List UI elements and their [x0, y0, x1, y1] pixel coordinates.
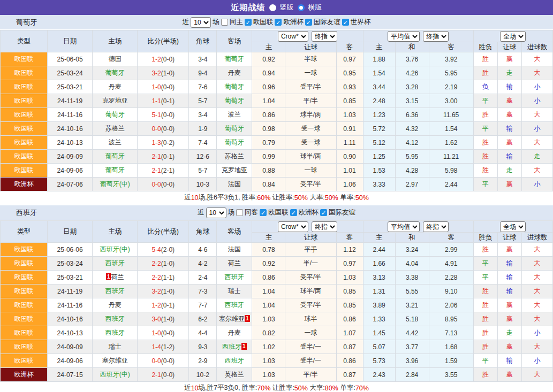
crow-home-odds: 1.02	[252, 340, 285, 354]
away-team-name: 克罗地亚	[222, 166, 247, 174]
match-date: 25-03-21	[48, 80, 93, 94]
result-handicap: 赢	[497, 52, 521, 66]
result-winloss: 平	[473, 122, 497, 136]
bookmaker-select[interactable]: Crow*	[278, 221, 308, 232]
team-section-2: 西班牙近10场同客✓欧国联✓欧洲杯✓国际友谊类型日期主场比分(半场)角球客场Cr…	[0, 205, 553, 392]
home-team-name: 西班牙	[105, 315, 125, 322]
crow-away-odds: 1.11	[336, 136, 363, 150]
result-winloss: 平	[473, 354, 497, 368]
corners-cell: 9-3	[189, 340, 217, 354]
league-checkbox[interactable]: ✓	[275, 19, 282, 26]
crow-home-odds: 0.86	[252, 271, 285, 285]
halftime-score: (1-0)	[161, 70, 175, 77]
avg-draw-odds: 6.36	[395, 108, 429, 122]
score-cell: 1-0(0-0)	[138, 80, 189, 94]
avg-home-odds: 2.43	[363, 368, 395, 382]
league-checkbox[interactable]: ✓	[245, 19, 252, 26]
home-team-cell: 瑞士	[93, 340, 138, 354]
avg-final-odds-select[interactable]: 终指	[423, 31, 449, 42]
avg-home-odds: 3.13	[363, 271, 395, 285]
home-team-name: 瑞士	[109, 343, 122, 350]
vertical-layout-radio-icon[interactable]	[269, 4, 276, 11]
halftime-score: (1-0)	[161, 316, 175, 323]
result-winloss: 胜	[473, 312, 497, 326]
horizontal-layout-label[interactable]: 横版	[308, 3, 322, 12]
crow-away-odds: 0.90	[336, 150, 363, 164]
result-handicap: 赢	[497, 368, 521, 382]
fulltime-group-header: 全场	[473, 30, 552, 42]
crow-final-odds-select[interactable]: 终指	[312, 221, 337, 232]
period-select[interactable]: 全场	[500, 221, 526, 232]
corners-cell: 7-3	[189, 285, 217, 298]
result-handicap: 赢	[497, 243, 521, 257]
away-team-name: 西班牙	[225, 273, 244, 281]
away-team-cell: 丹麦	[217, 66, 252, 80]
match-competition: 欧国联	[1, 354, 48, 368]
result-handicap: 输	[497, 354, 521, 368]
away-team-cell: 苏格兰	[217, 150, 252, 164]
bookmaker-select[interactable]: Crow*	[278, 31, 308, 42]
away-team-name: 西班牙	[222, 343, 241, 350]
period-select[interactable]: 全场	[500, 31, 526, 42]
halftime-score: (0-1)	[161, 97, 175, 105]
horizontal-layout-radio-icon[interactable]	[298, 4, 305, 11]
average-select[interactable]: 平均值	[388, 221, 420, 232]
same-venue-checkbox[interactable]	[221, 19, 228, 26]
home-team-cell: 克罗地亚	[93, 94, 138, 108]
recent-count-select[interactable]: 10	[206, 207, 226, 218]
league-checkbox[interactable]: ✓	[290, 209, 297, 216]
score-cell: 0-0(0-0)	[138, 122, 189, 136]
avg-draw-odds: 3.76	[395, 52, 429, 66]
home-team-cell: 葡萄牙	[93, 66, 138, 80]
team-filter-bar: 西班牙近10场同客✓欧国联✓欧洲杯✓国际友谊	[0, 205, 553, 220]
avg-home-odds: 1.23	[363, 108, 395, 122]
halftime-score: (1-0)	[161, 260, 175, 267]
match-competition: 欧国联	[1, 326, 48, 340]
summary-segment: 大率:	[308, 383, 325, 392]
avg-away-odds: 1.62	[429, 136, 473, 150]
avg-final-odds-select[interactable]: 终指	[423, 221, 449, 232]
away-team-cell: 葡萄牙	[217, 80, 252, 94]
recent-count-select[interactable]: 10	[191, 17, 211, 28]
home-team-name: 丹麦	[109, 83, 122, 90]
result-goals: 大	[521, 108, 552, 122]
away-team-name: 葡萄牙	[225, 139, 244, 146]
corners-cell: 3-4	[189, 52, 217, 66]
crow-handicap: 一球	[285, 326, 336, 340]
avg-draw-odds: 2.97	[395, 178, 429, 191]
result-goals: 大	[521, 285, 552, 298]
match-date: 25-03-24	[48, 257, 93, 271]
crow-final-odds-select[interactable]: 终指	[312, 31, 337, 42]
away-team-name: 瑞士	[228, 287, 241, 295]
league-checkbox[interactable]: ✓	[320, 209, 327, 216]
result-goals: 小	[521, 354, 552, 368]
match-date: 24-09-06	[48, 164, 93, 178]
home-team-cell: 塞尔维亚	[93, 354, 138, 368]
result-goals: 小	[521, 326, 552, 340]
avg-away-odds: 1.68	[429, 340, 473, 354]
match-row: 欧国联24-11-19西班牙3-2(1-0)7-3瑞士1.04球半/两0.851…	[1, 285, 553, 298]
matches-label: 场	[228, 208, 235, 217]
avg-home-odds: 5.73	[363, 354, 395, 368]
same-venue-checkbox[interactable]	[236, 209, 243, 216]
red-card-badge: 1	[245, 315, 250, 322]
avg-away-odds: 2.99	[429, 243, 473, 257]
match-date: 24-09-09	[48, 150, 93, 164]
match-competition: 欧国联	[1, 243, 48, 257]
league-checkbox[interactable]: ✓	[342, 19, 349, 26]
avg-away-odds: 5.95	[429, 66, 473, 80]
corners-cell: 12-6	[189, 150, 217, 164]
result-handicap: 输	[497, 150, 521, 164]
recent-label: 近	[183, 18, 190, 27]
avg-away-odds: 11.65	[429, 108, 473, 122]
summary-segment: 近	[184, 383, 191, 392]
league-checkbox[interactable]: ✓	[260, 209, 267, 216]
away-team-cell: 葡萄牙	[217, 52, 252, 66]
result-goals: 小	[521, 80, 552, 94]
match-row: 欧国联24-11-16葡萄牙5-1(0-0)3-4波兰0.86球半/两1.031…	[1, 108, 553, 122]
result-handicap: 输	[497, 271, 521, 285]
vertical-layout-label[interactable]: 竖版	[280, 3, 294, 12]
league-checkbox[interactable]: ✓	[305, 19, 312, 26]
avg-draw-odds: 5.18	[395, 312, 429, 326]
average-select[interactable]: 平均值	[388, 31, 420, 42]
